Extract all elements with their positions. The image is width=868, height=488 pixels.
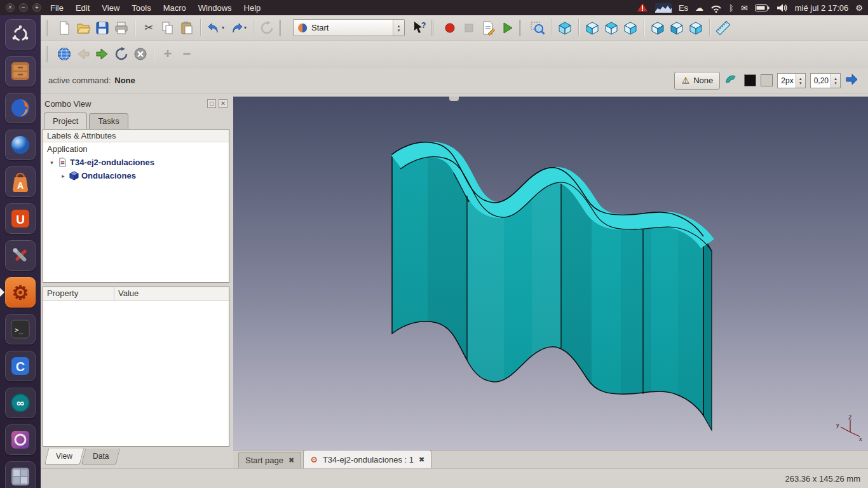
window-minimize-button[interactable]: − (19, 3, 28, 12)
view-left-button[interactable] (686, 18, 705, 37)
line-color-swatch[interactable] (744, 74, 756, 86)
clock-indicator[interactable]: mié jul 2 17:06 (795, 3, 849, 13)
warning-indicator-icon[interactable] (637, 3, 648, 13)
menu-file[interactable]: File (50, 3, 64, 13)
macro-edit-button[interactable] (478, 18, 498, 37)
tab-start-page[interactable]: Start page ✖ (238, 452, 301, 468)
spin-down-icon[interactable]: ▾ (834, 81, 837, 85)
view-top-button[interactable] (602, 18, 621, 37)
launcher-item-files[interactable] (5, 56, 36, 86)
measure-distance-button[interactable] (714, 18, 733, 37)
cut-button[interactable]: ✂ (139, 18, 158, 37)
save-button[interactable] (93, 18, 112, 37)
zoom-out-button[interactable]: − (177, 44, 196, 64)
spin-down-icon[interactable]: ▾ (799, 81, 802, 85)
keyboard-layout-indicator[interactable]: Es (679, 3, 688, 13)
reload-button[interactable] (112, 44, 131, 64)
box-zoom-button[interactable] (528, 18, 547, 37)
text-scale-spinner[interactable]: ▴▾ (831, 74, 840, 88)
macro-stop-button[interactable] (459, 18, 478, 37)
value-column-header[interactable]: Value (114, 287, 142, 300)
menu-macro[interactable]: Macro (163, 3, 186, 13)
expander-closed-icon[interactable]: ▸ (60, 173, 67, 179)
spin-up-icon[interactable]: ▴ (398, 24, 400, 28)
paste-button[interactable] (177, 18, 196, 37)
session-gear-icon[interactable]: ⚙ (855, 3, 863, 13)
stop-load-button[interactable] (131, 44, 150, 64)
line-width-spinner[interactable]: ▴▾ (796, 74, 805, 88)
property-column-header[interactable]: Property (43, 287, 114, 300)
face-color-swatch[interactable] (761, 74, 773, 86)
launcher-item-workspace-switcher[interactable] (5, 461, 36, 488)
launcher-item-software-center[interactable]: A (5, 166, 36, 197)
launcher-item-terminal[interactable]: >_ (5, 314, 36, 344)
dock-float-button[interactable]: ◻ (207, 99, 216, 108)
toolbar-grip[interactable] (46, 20, 52, 36)
combo-view-titlebar[interactable]: Combo View ◻ ✕ (43, 97, 229, 110)
network-monitor-icon[interactable] (655, 3, 672, 13)
launcher-item-media-viewer[interactable] (5, 424, 36, 455)
new-document-button[interactable] (55, 18, 74, 37)
menu-edit[interactable]: Edit (76, 3, 90, 13)
back-button[interactable] (74, 44, 93, 64)
tab-view-properties[interactable]: View (44, 449, 84, 464)
view-bottom-button[interactable] (667, 18, 686, 37)
tab-tasks[interactable]: Tasks (89, 113, 128, 129)
forward-button[interactable] (93, 44, 112, 64)
copy-button[interactable] (158, 18, 177, 37)
macro-record-button[interactable] (440, 18, 459, 37)
launcher-item-system-tools[interactable] (5, 240, 36, 271)
toolbar-grip[interactable] (519, 20, 526, 36)
spin-up-icon[interactable]: ▴ (834, 76, 837, 81)
launcher-item-web-browser[interactable] (5, 130, 36, 160)
launcher-item-ubuntu-one[interactable]: U (5, 203, 36, 234)
wifi-icon[interactable] (710, 3, 722, 13)
tab-close-icon[interactable]: ✖ (288, 456, 294, 464)
launcher-item-arduino[interactable]: ∞ (5, 388, 36, 418)
tree-item-ondulaciones[interactable]: ▸ Ondulaciones (43, 169, 229, 182)
tab-data-properties[interactable]: Data (81, 449, 121, 464)
mail-indicator-icon[interactable]: ✉ (741, 3, 748, 13)
view-right-button[interactable] (621, 18, 640, 37)
view-rear-button[interactable] (648, 18, 667, 37)
web-home-button[interactable] (55, 44, 74, 64)
menu-tools[interactable]: Tools (132, 3, 151, 13)
launcher-item-dash-home[interactable] (5, 19, 36, 50)
line-width-spinbox[interactable]: 2px▴▾ (777, 73, 805, 88)
macro-play-button[interactable] (498, 18, 517, 37)
workbench-selector-spinner[interactable]: ▴▾ (393, 20, 404, 36)
text-scale-spinbox[interactable]: 0,20▴▾ (810, 73, 841, 88)
window-maximize-button[interactable]: + (32, 3, 41, 12)
toolbar-grip[interactable] (46, 46, 52, 62)
open-document-button[interactable] (74, 18, 93, 37)
tab-close-icon[interactable]: ✖ (419, 456, 424, 464)
draft-snap-button[interactable] (724, 73, 740, 88)
dock-close-button[interactable]: ✕ (219, 99, 227, 108)
dock-splitter-handle[interactable] (449, 97, 459, 101)
view-front-button[interactable] (583, 18, 602, 37)
draft-apply-style-button[interactable] (845, 73, 860, 88)
ubuntu-one-indicator-icon[interactable]: ☁ (695, 3, 703, 13)
toolbar-grip[interactable] (279, 20, 285, 36)
tab-document-view[interactable]: ⚙ T34-ej2-ondulaciones : 1 ✖ (303, 450, 431, 468)
tree-root-application[interactable]: Application (43, 142, 229, 156)
redo-button[interactable] (227, 18, 246, 37)
launcher-item-c-ide[interactable]: C (5, 351, 36, 381)
spin-down-icon[interactable]: ▾ (398, 28, 400, 32)
workbench-selector[interactable]: Start ▴▾ (293, 19, 405, 36)
volume-icon[interactable] (776, 3, 788, 13)
3d-viewport[interactable]: Z y x (233, 97, 868, 450)
launcher-item-freecad[interactable]: ⚙ (5, 277, 36, 308)
undo-button[interactable] (205, 18, 224, 37)
window-close-button[interactable]: × (6, 3, 15, 12)
toolbar-grip[interactable] (431, 20, 438, 36)
expander-open-icon[interactable]: ▾ (48, 159, 55, 166)
zoom-in-button[interactable]: + (158, 44, 177, 64)
tab-project[interactable]: Project (44, 112, 87, 129)
battery-icon[interactable] (755, 3, 770, 12)
corrugated-surface-model[interactable] (233, 97, 868, 450)
view-isometric-button[interactable] (555, 18, 574, 37)
spin-up-icon[interactable]: ▴ (799, 76, 802, 81)
menu-view[interactable]: View (102, 3, 119, 13)
menu-help[interactable]: Help (244, 3, 261, 13)
